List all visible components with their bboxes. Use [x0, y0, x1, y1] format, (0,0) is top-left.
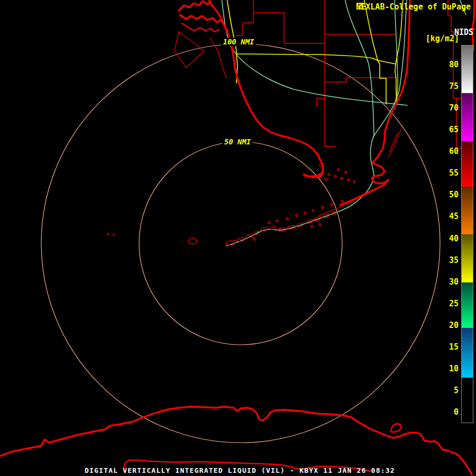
colorbar-tick-label: 65	[449, 125, 459, 134]
colorbar-tick-label: 75	[449, 81, 459, 91]
colorbar-tick-label: 5	[454, 386, 459, 395]
range-ring-100nmi	[41, 44, 440, 443]
marquesas-keys	[188, 239, 197, 244]
colorbar-tick-label: 40	[449, 234, 459, 243]
colorbar-tick-label: 80	[449, 60, 459, 69]
range-ring-50nmi	[139, 142, 342, 345]
base-map	[0, 0, 476, 476]
coastline-cuba	[0, 407, 472, 474]
legend-units-label: [kg/m2]	[426, 34, 459, 43]
range-ring-label-100nmi: 100 NMI	[221, 38, 255, 46]
roads-yellow	[227, 0, 474, 104]
range-rings	[41, 44, 440, 443]
florida-keys-islands	[225, 169, 387, 246]
colorbar-tick-label: 15	[449, 342, 459, 352]
colorbar-tick-label: 0	[454, 407, 459, 417]
colorbar	[461, 45, 473, 423]
colorbar-tick-label: 25	[449, 299, 459, 308]
dry-tortugas	[107, 233, 115, 236]
colorbar-tick-label: 70	[449, 103, 459, 113]
header-title: NEXLAB-College of DuPage	[356, 2, 473, 12]
colorbar-tick-label: 45	[449, 212, 459, 221]
colorbar-tick-label: 55	[449, 168, 459, 178]
colorbar-tick-label: 30	[449, 277, 459, 287]
status-bar: DIGITAL VERTICALLY INTEGRATED LIQUID (VI…	[85, 466, 395, 474]
colorbar-tick-label: 35	[449, 255, 459, 265]
colorbar-tick-label: 10	[449, 364, 459, 373]
colorbar-tick-label: 50	[449, 190, 459, 199]
colorbar-tick-label: 20	[449, 321, 459, 330]
radar-map-display: 100 NMI 50 NMI	[0, 0, 476, 476]
header-title-text: NEXLAB-College of DuPage	[356, 2, 471, 12]
colorbar-tick-label: 60	[449, 147, 459, 156]
range-ring-label-50nmi: 50 NMI	[223, 138, 253, 146]
county-borders	[236, 0, 462, 148]
